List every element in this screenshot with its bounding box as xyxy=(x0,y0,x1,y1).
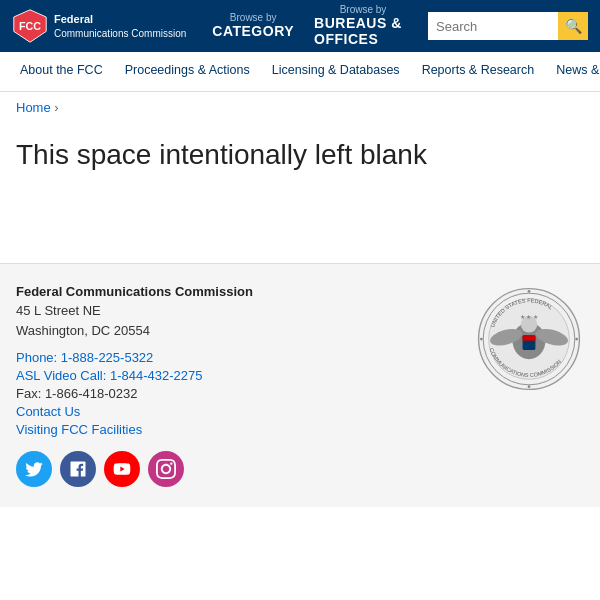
search-input[interactable] xyxy=(428,12,558,40)
footer-org-name: Federal Communications Commission xyxy=(16,284,454,299)
browse-group: Browse by CATEGORY Browse by BUREAUS & O… xyxy=(212,4,412,49)
youtube-icon[interactable] xyxy=(104,451,140,487)
facebook-icon[interactable] xyxy=(60,451,96,487)
svg-point-16 xyxy=(480,338,483,341)
svg-text:★ ★ ★: ★ ★ ★ xyxy=(520,313,539,320)
footer-phone-link[interactable]: Phone: 1-888-225-5322 xyxy=(16,350,454,365)
bureaus-label: BUREAUS & OFFICES xyxy=(314,15,412,49)
nav-item-licensing[interactable]: Licensing & Databases xyxy=(262,52,410,92)
category-label: CATEGORY xyxy=(212,23,294,41)
fcc-seal-image: ★ ★ ★ UNITED STATES FEDERAL COMMUNICATIO… xyxy=(474,284,584,394)
fcc-shield-icon: FCC xyxy=(12,8,48,44)
browse-bureaus[interactable]: Browse by BUREAUS & OFFICES xyxy=(314,4,412,49)
svg-text:FCC: FCC xyxy=(19,20,41,32)
footer-contact-link[interactable]: Contact Us xyxy=(16,404,454,419)
svg-point-15 xyxy=(528,385,531,388)
page-title: This space intentionally left blank xyxy=(16,139,584,171)
footer: Federal Communications Commission 45 L S… xyxy=(0,264,600,507)
main-nav: About the FCC Proceedings & Actions Lice… xyxy=(0,52,600,92)
svg-point-17 xyxy=(575,338,578,341)
top-header: FCC Federal Communications Commission Br… xyxy=(0,0,600,52)
footer-visiting-link[interactable]: Visiting FCC Facilities xyxy=(16,422,454,437)
footer-asl-link[interactable]: ASL Video Call: 1-844-432-2275 xyxy=(16,368,454,383)
search-area: 🔍 xyxy=(428,12,588,40)
nav-item-proceedings[interactable]: Proceedings & Actions xyxy=(115,52,260,92)
breadcrumb-separator: › xyxy=(54,100,58,115)
nav-item-news[interactable]: News & Events xyxy=(546,52,600,92)
nav-item-about[interactable]: About the FCC xyxy=(10,52,113,92)
fcc-org-text: Federal Communications Commission xyxy=(54,12,186,39)
browse-by-label-category: Browse by xyxy=(230,12,277,23)
instagram-icon[interactable] xyxy=(148,451,184,487)
breadcrumb-home-link[interactable]: Home xyxy=(16,100,51,115)
footer-info: Federal Communications Commission 45 L S… xyxy=(16,284,454,487)
nav-item-reports[interactable]: Reports & Research xyxy=(412,52,545,92)
svg-rect-10 xyxy=(523,335,536,341)
footer-address: 45 L Street NE Washington, DC 20554 xyxy=(16,301,454,340)
footer-fax: Fax: 1-866-418-0232 xyxy=(16,386,454,401)
main-content: This space intentionally left blank xyxy=(0,123,600,263)
svg-point-14 xyxy=(528,290,531,293)
footer-seal: ★ ★ ★ UNITED STATES FEDERAL COMMUNICATIO… xyxy=(474,284,584,487)
breadcrumb: Home › xyxy=(0,92,600,123)
social-icons xyxy=(16,451,454,487)
browse-by-label-bureaus: Browse by xyxy=(340,4,387,15)
search-icon: 🔍 xyxy=(565,18,582,34)
footer-address-line1: 45 L Street NE xyxy=(16,303,101,318)
search-button[interactable]: 🔍 xyxy=(558,12,588,40)
twitter-icon[interactable] xyxy=(16,451,52,487)
footer-address-line2: Washington, DC 20554 xyxy=(16,323,150,338)
fcc-logo: FCC Federal Communications Commission xyxy=(12,8,186,44)
browse-category[interactable]: Browse by CATEGORY xyxy=(212,12,294,41)
